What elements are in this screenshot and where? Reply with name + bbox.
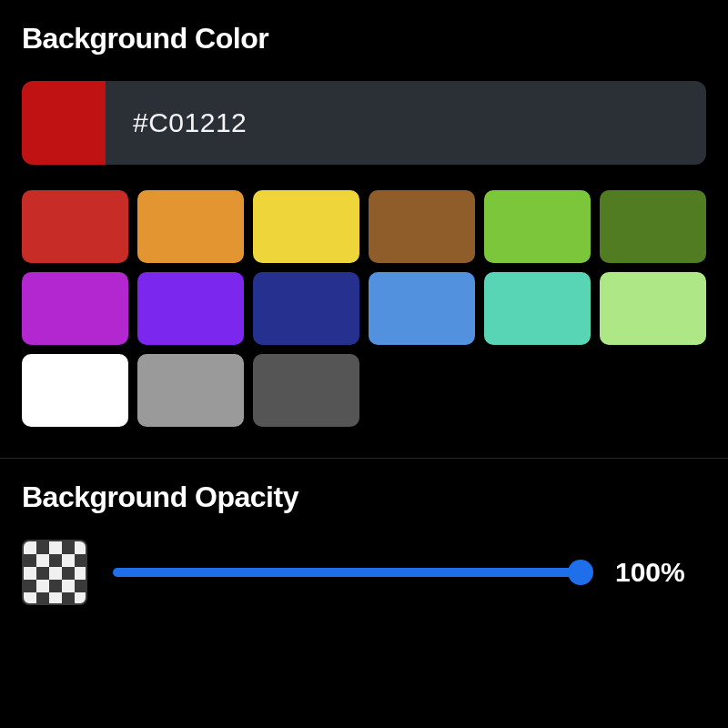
color-swatch[interactable]	[369, 190, 475, 263]
color-input-row	[22, 81, 706, 165]
opacity-slider[interactable]	[113, 561, 590, 583]
opacity-row: 100%	[22, 540, 706, 605]
color-swatch[interactable]	[137, 354, 244, 427]
color-swatch[interactable]	[253, 272, 359, 345]
swatch-grid	[22, 190, 706, 427]
color-swatch[interactable]	[22, 354, 128, 427]
color-swatch[interactable]	[600, 190, 706, 263]
color-swatch[interactable]	[600, 272, 706, 345]
color-swatch[interactable]	[137, 190, 244, 263]
hex-input[interactable]	[133, 107, 706, 138]
color-swatch[interactable]	[137, 272, 244, 345]
background-opacity-title: Background Opacity	[22, 480, 706, 514]
opacity-slider-thumb[interactable]	[568, 560, 593, 585]
color-swatch[interactable]	[484, 190, 591, 263]
background-settings-panel: Background Color Background Opacity 100%	[0, 0, 728, 627]
opacity-preview-swatch	[22, 540, 87, 605]
opacity-value-label: 100%	[615, 557, 706, 588]
color-swatch[interactable]	[22, 272, 128, 345]
background-color-title: Background Color	[22, 22, 706, 56]
color-swatch[interactable]	[22, 190, 128, 263]
color-swatch[interactable]	[253, 354, 359, 427]
color-swatch[interactable]	[253, 190, 359, 263]
section-divider	[0, 458, 728, 459]
opacity-slider-track	[113, 568, 590, 577]
color-swatch[interactable]	[369, 272, 475, 345]
hex-field-container	[106, 81, 706, 165]
color-swatch[interactable]	[484, 272, 591, 345]
current-color-swatch[interactable]	[22, 81, 106, 165]
